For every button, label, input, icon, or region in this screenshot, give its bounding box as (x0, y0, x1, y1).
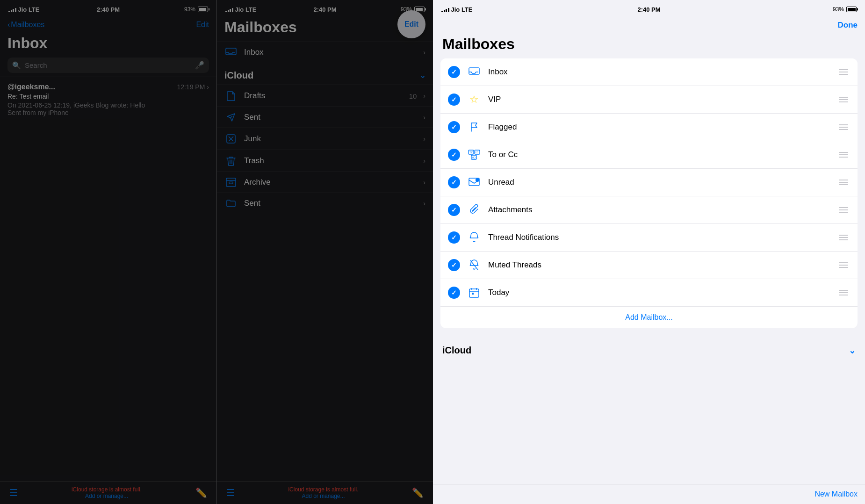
check-icon-today[interactable] (448, 287, 460, 299)
status-right-1: 93% (184, 6, 208, 13)
edit-row-name-to-or-cc: To or Cc (488, 150, 830, 159)
edit-row-today[interactable]: Today (440, 279, 858, 307)
mailbox-name-junk: Junk (244, 134, 417, 144)
signal-bar (13, 9, 14, 12)
battery-percent-1: 93% (184, 6, 195, 13)
drag-handle-to-or-cc[interactable] (837, 150, 850, 159)
edit-row-flagged[interactable]: Flagged (440, 114, 858, 141)
archive-icon-2 (224, 178, 238, 187)
drag-handle-thread-notifications[interactable] (837, 233, 850, 242)
mic-icon-1: 🎤 (195, 61, 204, 70)
edit-row-attachments[interactable]: Attachments (440, 196, 858, 224)
back-label-1: Mailboxes (11, 21, 44, 29)
drag-handle-flagged[interactable] (837, 122, 850, 132)
edit-row-thread-notifications[interactable]: Thread Notifications (440, 224, 858, 252)
battery-fill-1 (199, 8, 206, 11)
icloud-notice-1: iCloud storage is almost full. Add or ma… (72, 486, 142, 499)
email-subject-1: Re: Test email (7, 93, 209, 100)
sent-folder-icon-2 (224, 199, 238, 208)
chevron-right-icon-drafts: › (423, 92, 425, 100)
edit-row-inbox[interactable]: Inbox (440, 58, 858, 86)
mailbox-row-junk[interactable]: Junk › (217, 128, 433, 150)
compose-icon-2[interactable]: ✏️ (412, 487, 424, 498)
inbox-icon-2 (224, 48, 238, 57)
check-icon-flagged[interactable] (448, 121, 460, 133)
signal-bar (15, 8, 16, 12)
signal-bar (8, 11, 10, 12)
add-mailbox-button[interactable]: Add Mailbox... (440, 307, 858, 328)
icloud-section-header-3[interactable]: iCloud ⌄ (440, 339, 858, 360)
edit-row-vip[interactable]: ☆ VIP (440, 86, 858, 114)
edit-row-unread[interactable]: Unread (440, 169, 858, 196)
page-title-3: Mailboxes (433, 34, 865, 58)
email-time-1: 12:19 PM › (177, 83, 209, 91)
trash-icon-2 (224, 156, 238, 166)
edit-row-to-or-cc[interactable]: TO CC BCC To or Cc (440, 141, 858, 169)
chevron-right-icon-archive: › (423, 179, 425, 186)
signal-bars-3 (441, 7, 449, 12)
check-icon-to-or-cc[interactable] (448, 149, 460, 161)
check-icon-attachments[interactable] (448, 204, 460, 216)
mailbox-row-sent[interactable]: Sent › (217, 107, 433, 128)
icloud-main-2: iCloud storage is almost full. (288, 486, 358, 493)
svg-rect-17 (469, 289, 479, 297)
icloud-label-2: iCloud (224, 70, 253, 81)
icloud-rows: Drafts 10 › Sent › Junk › (217, 85, 433, 214)
done-button[interactable]: Done (838, 21, 858, 30)
new-mailbox-button[interactable]: New Mailbox (815, 490, 858, 498)
mailbox-row-drafts[interactable]: Drafts 10 › (217, 85, 433, 107)
status-right-3: 93% (833, 6, 857, 13)
compose-icon-1[interactable]: ✏️ (195, 487, 207, 498)
filter-icon-2[interactable]: ☰ (226, 487, 235, 498)
mailbox-name-sent-folder: Sent (244, 199, 417, 208)
svg-text:BCC: BCC (472, 156, 477, 159)
check-icon-unread[interactable] (448, 176, 460, 188)
edit-row-name-vip: VIP (488, 95, 830, 104)
mailbox-row-trash[interactable]: Trash › (217, 150, 433, 172)
email-item-1[interactable]: @igeeksme... 12:19 PM › Re: Test email O… (0, 77, 216, 122)
thread-notifications-icon-3 (467, 230, 482, 245)
search-input-1[interactable]: Search (25, 61, 191, 69)
mailbox-name-trash: Trash (244, 156, 417, 166)
search-bar-1[interactable]: 🔍 Search 🎤 (7, 58, 209, 73)
inbox-icon-3 (467, 65, 482, 79)
check-icon-thread-notifications[interactable] (448, 231, 460, 244)
edit-button-1[interactable]: Edit (196, 21, 209, 29)
svg-point-15 (476, 178, 479, 182)
drag-handle-muted-threads[interactable] (837, 260, 850, 270)
nav-bar-1: ‹ Mailboxes Edit (0, 17, 216, 33)
mailbox-row-sent-folder[interactable]: Sent › (217, 193, 433, 214)
icloud-chevron-2: ⌄ (419, 71, 425, 80)
drag-handle-inbox[interactable] (837, 67, 850, 77)
check-icon-muted-threads[interactable] (448, 259, 460, 271)
mailbox-row-archive[interactable]: Archive › (217, 172, 433, 193)
edit-circle-button[interactable]: Edit (397, 10, 425, 38)
signal-bar (228, 10, 229, 12)
edit-row-muted-threads[interactable]: Muted Threads (440, 252, 858, 279)
time-1: 2:40 PM (97, 6, 120, 13)
panel-inbox: Jio LTE 2:40 PM 93% ‹ Mailboxes Edit Inb… (0, 0, 216, 504)
edit-row-name-unread: Unread (488, 178, 830, 187)
flagged-icon-3 (467, 120, 482, 135)
icloud-section-3: iCloud ⌄ (440, 339, 858, 360)
check-icon-inbox[interactable] (448, 66, 460, 78)
spacer-3 (433, 360, 865, 484)
svg-rect-21 (472, 293, 474, 295)
signal-bars-2 (225, 7, 233, 12)
icloud-section-header-2[interactable]: iCloud ⌄ (217, 63, 433, 85)
drag-handle-unread[interactable] (837, 178, 850, 187)
carrier-3: Jio LTE (441, 6, 472, 13)
icloud-notice-2: iCloud storage is almost full. Add or ma… (288, 486, 358, 499)
filter-icon-1[interactable]: ☰ (9, 487, 18, 498)
back-button-1[interactable]: ‹ Mailboxes (7, 21, 44, 29)
edit-circle-label: Edit (404, 20, 418, 29)
page-title-1: Inbox (0, 33, 216, 56)
drag-handle-vip[interactable] (837, 95, 850, 104)
signal-bar (230, 9, 231, 12)
svg-text:TO: TO (469, 151, 474, 154)
drag-handle-today[interactable] (837, 288, 850, 297)
mailbox-row-inbox[interactable]: Inbox › (217, 42, 433, 63)
chevron-right-icon-junk: › (423, 135, 425, 143)
drag-handle-attachments[interactable] (837, 205, 850, 215)
check-icon-vip[interactable] (448, 94, 460, 106)
